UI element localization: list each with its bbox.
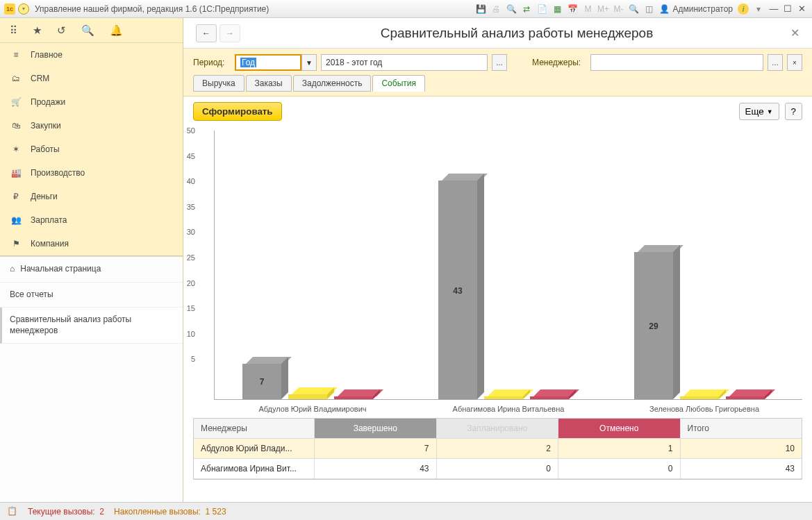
col-total[interactable]: Итого bbox=[681, 419, 802, 439]
info-icon[interactable]: i bbox=[738, 3, 749, 15]
managers-field[interactable] bbox=[590, 54, 763, 71]
zoom-icon[interactable]: 🔍 bbox=[627, 3, 640, 15]
nav-toolbar: ⠿ ★ ↺ 🔍 🔔 bbox=[0, 18, 183, 43]
forward-button[interactable]: → bbox=[219, 24, 240, 42]
metric-tabs: ВыручкаЗаказыЗадолженностьСобытия bbox=[193, 75, 802, 92]
generate-button[interactable]: Сформировать bbox=[193, 102, 282, 121]
table-row[interactable]: Абдулов Юрий Влади... 7 2 1 10 bbox=[194, 439, 802, 459]
nav-item-0[interactable]: ≡Главное bbox=[0, 43, 183, 67]
more-button[interactable]: Еще▼ bbox=[739, 103, 779, 120]
period-type-dropdown-icon[interactable]: ▼ bbox=[301, 54, 317, 71]
app-icon: 1c bbox=[4, 3, 15, 15]
back-button[interactable]: ← bbox=[196, 24, 217, 42]
table-header-row: Менеджеры Завершено Запланировано Отмене… bbox=[194, 419, 802, 439]
period-label: Период: bbox=[193, 58, 231, 67]
preview-icon[interactable]: 🔍 bbox=[505, 3, 517, 15]
nav-item-6[interactable]: ₽Деньги bbox=[0, 185, 183, 208]
current-calls: Текущие вызовы: 2 bbox=[28, 507, 104, 517]
content-header: ← → Сравнительный анализ работы менеджер… bbox=[183, 18, 812, 49]
grid-icon[interactable]: ▦ bbox=[551, 3, 563, 15]
managers-clear-button[interactable]: × bbox=[787, 54, 802, 71]
close-window-button[interactable]: ✕ bbox=[795, 3, 808, 14]
print-icon[interactable]: 🖨 bbox=[490, 3, 502, 15]
home-page-link[interactable]: ⌂Начальная страница bbox=[0, 257, 183, 283]
current-report-link[interactable]: Сравнительный анализ работы менеджеров bbox=[0, 308, 183, 344]
period-picker-button[interactable]: … bbox=[492, 54, 507, 71]
bar-chart: 5101520253035404550 7 Абдулов Юрий Влади… bbox=[214, 131, 802, 400]
page-title: Сравнительный анализ работы менеджеров bbox=[243, 26, 790, 41]
nav-item-1[interactable]: 🗂CRM bbox=[0, 67, 183, 90]
bell-icon[interactable]: 🔔 bbox=[110, 24, 123, 37]
bars-area: 7 Абдулов Юрий Владимирович 43 Абнагимов… bbox=[215, 131, 802, 399]
bar-group: 43 Абнагимова Ирина Витальевна bbox=[411, 131, 606, 399]
tab-0[interactable]: Выручка bbox=[193, 75, 245, 92]
titlebar: 1c ▾ Управление нашей фирмой, редакция 1… bbox=[0, 0, 812, 18]
nav-item-2[interactable]: 🛒Продажи bbox=[0, 90, 183, 114]
user-icon: 👤 bbox=[659, 4, 670, 14]
help-button[interactable]: ? bbox=[785, 103, 802, 120]
apps-icon[interactable]: ⠿ bbox=[10, 24, 17, 37]
nav-item-8[interactable]: ⚑Компания bbox=[0, 232, 183, 255]
info-dropdown-icon[interactable]: ▾ bbox=[752, 3, 765, 15]
m-icon[interactable]: M bbox=[581, 3, 594, 15]
nav-icon: ✶ bbox=[10, 144, 22, 154]
sidebar: ⠿ ★ ↺ 🔍 🔔 ≡Главное🗂CRM🛒Продажи🛍Закупки✶Р… bbox=[0, 18, 183, 502]
chart-container: 5101520253035404550 7 Абдулов Юрий Влади… bbox=[183, 126, 812, 400]
minimize-button[interactable]: — bbox=[768, 3, 780, 14]
app-menu-dropdown[interactable]: ▾ bbox=[18, 3, 29, 15]
period-value-field[interactable]: 2018 - этот год bbox=[321, 54, 488, 71]
managers-label: Менеджеры: bbox=[532, 58, 586, 67]
user-label[interactable]: 👤Администратор bbox=[659, 4, 733, 14]
doc-icon[interactable]: 📄 bbox=[536, 3, 548, 15]
nav-icon: ≡ bbox=[10, 50, 22, 60]
col-done[interactable]: Завершено bbox=[315, 419, 437, 439]
nav-icon: 🗂 bbox=[10, 74, 22, 83]
col-cancelled[interactable]: Отменено bbox=[558, 419, 681, 439]
home-icon: ⌂ bbox=[10, 264, 15, 275]
save-icon[interactable]: 💾 bbox=[474, 3, 487, 15]
search-icon[interactable]: 🔍 bbox=[81, 24, 94, 37]
panels-icon[interactable]: ◫ bbox=[643, 3, 655, 15]
nav-icon: 👥 bbox=[10, 215, 22, 225]
nav-item-7[interactable]: 👥Зарплата bbox=[0, 208, 183, 232]
table-row[interactable]: Абнагимова Ирина Вит... 43 0 0 43 bbox=[194, 459, 802, 479]
content-area: ← → Сравнительный анализ работы менеджер… bbox=[183, 18, 812, 502]
col-managers[interactable]: Менеджеры bbox=[194, 419, 315, 439]
nav-item-5[interactable]: 🏭Производство bbox=[0, 161, 183, 185]
nav-icon: 🏭 bbox=[10, 168, 22, 178]
favorite-icon[interactable]: ★ bbox=[33, 24, 42, 37]
tab-3[interactable]: События bbox=[372, 75, 425, 92]
nav-item-4[interactable]: ✶Работы bbox=[0, 137, 183, 161]
nav-item-3[interactable]: 🛍Закупки bbox=[0, 114, 183, 137]
accumulated-calls: Накопленные вызовы: 1 523 bbox=[114, 507, 226, 517]
maximize-button[interactable]: ☐ bbox=[781, 3, 794, 14]
nav-icon: ⚑ bbox=[10, 239, 22, 249]
calendar-icon[interactable]: 📅 bbox=[566, 3, 579, 15]
nav-icon: 🛒 bbox=[10, 97, 22, 107]
bar-group: 29 Зеленова Любовь Григорьевна bbox=[606, 131, 802, 399]
bar-value-label: 7 bbox=[242, 377, 281, 387]
m-plus-icon[interactable]: M+ bbox=[597, 3, 609, 15]
bar-value-label: 43 bbox=[438, 286, 477, 296]
status-icon: 📋 bbox=[7, 506, 18, 517]
chevron-down-icon: ▼ bbox=[767, 108, 773, 115]
managers-picker-button[interactable]: … bbox=[768, 54, 783, 71]
bar-group: 7 Абдулов Юрий Владимирович bbox=[215, 131, 411, 399]
nav-icon: ₽ bbox=[10, 192, 22, 201]
col-planned[interactable]: Запланировано bbox=[437, 419, 559, 439]
all-reports-link[interactable]: Все отчеты bbox=[0, 283, 183, 308]
period-type-select[interactable]: Год ▼ bbox=[235, 54, 317, 71]
x-category-label: Абнагимова Ирина Витальевна bbox=[411, 405, 606, 413]
tab-2[interactable]: Задолженность bbox=[293, 75, 372, 92]
parameters-panel: Период: Год ▼ 2018 - этот год … Менеджер… bbox=[183, 49, 812, 97]
results-table: Менеджеры Завершено Запланировано Отмене… bbox=[193, 418, 802, 480]
history-icon[interactable]: ↺ bbox=[57, 24, 66, 37]
compare-icon[interactable]: ⇄ bbox=[520, 3, 533, 15]
status-bar: 📋 Текущие вызовы: 2 Накопленные вызовы: … bbox=[0, 502, 812, 520]
nav-icon: 🛍 bbox=[10, 121, 22, 131]
m-minus-icon[interactable]: M- bbox=[612, 3, 624, 15]
tab-1[interactable]: Заказы bbox=[246, 75, 292, 92]
close-tab-button[interactable]: ✕ bbox=[790, 26, 799, 40]
report-toolbar: Сформировать Еще▼ ? bbox=[183, 97, 812, 126]
x-category-label: Зеленова Любовь Григорьевна bbox=[606, 405, 802, 413]
